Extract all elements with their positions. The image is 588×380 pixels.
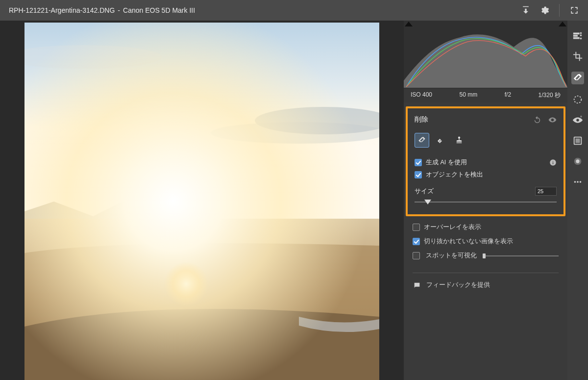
presets-icon[interactable] [572,135,583,146]
iso-value: ISO 400 [411,91,432,100]
visualize-spots-slider[interactable] [483,255,559,256]
heal-mode-button[interactable] [433,133,448,148]
svg-point-12 [576,159,579,163]
topbar-divider [559,4,560,17]
visualize-spots-row: スポットを可視化 [413,252,559,260]
show-overlay-label: オーバーレイを表示 [424,223,481,231]
bandage-icon [436,136,445,145]
exif-row: ISO 400 50 mm f/2 1/320 秒 [404,88,567,102]
visualize-spots-checkbox[interactable] [413,252,420,259]
mask-circle-icon[interactable] [572,94,583,105]
visibility-icon[interactable] [548,116,557,124]
show-overlay-checkbox[interactable] [413,224,420,231]
size-value-input[interactable] [535,187,557,196]
svg-point-14 [577,181,579,183]
display-options: オーバーレイを表示 切り抜かれていない画像を表示 スポットを可視化 [404,221,567,266]
remove-panel-title: 削除 [415,115,428,124]
image-preview[interactable] [24,23,379,380]
aperture-value: f/2 [505,91,511,100]
redeye-icon[interactable]: + [572,115,583,126]
svg-point-6 [164,262,208,306]
show-uncropped-row: 切り抜かれていない画像を表示 [413,237,559,246]
clone-mode-button[interactable] [452,133,466,148]
svg-rect-5 [24,23,379,380]
lens-blur-icon[interactable] [572,156,583,167]
topbar-actions [521,4,579,17]
use-gen-ai-row: 生成 AI を使用 [415,158,557,167]
show-uncropped-checkbox[interactable] [413,238,420,245]
file-title: RPH-121221-Argentina-3142.DNG - Canon EO… [9,6,195,14]
feedback-label: フィードバックを提供 [426,281,490,289]
svg-rect-10 [575,138,580,143]
visualize-spots-label: スポットを可視化 [426,252,477,260]
gear-icon[interactable] [539,5,549,15]
eraser-icon [417,136,426,145]
detect-objects-label: オブジェクトを検出 [426,171,483,179]
info-icon[interactable] [549,159,557,166]
panel-content: ISO 400 50 mm f/2 1/320 秒 削除 [404,21,567,380]
remove-panel-header: 削除 [415,115,557,124]
eraser-mode-button[interactable] [415,133,429,148]
right-panel: ISO 400 50 mm f/2 1/320 秒 削除 [404,21,588,380]
size-slider[interactable] [415,199,557,205]
file-name: RPH-121221-Argentina-3142.DNG [9,6,115,14]
workspace: ISO 400 50 mm f/2 1/320 秒 削除 [0,21,588,380]
crop-icon[interactable] [572,51,583,62]
tool-strip: + [567,21,588,380]
fullscreen-icon[interactable] [569,5,579,15]
feedback-icon [413,281,421,289]
use-gen-ai-label: 生成 AI を使用 [426,158,467,167]
highlight-clip-icon[interactable] [559,22,566,26]
detect-objects-row: オブジェクトを検出 [415,171,557,179]
title-separator: - [118,6,120,14]
healing-tool-icon[interactable] [571,72,584,84]
svg-text:+: + [580,115,583,119]
adjust-icon[interactable] [572,30,583,41]
undo-icon[interactable] [533,116,541,124]
use-gen-ai-checkbox[interactable] [415,159,422,166]
histogram[interactable] [404,21,567,88]
focal-length: 50 mm [460,91,478,100]
size-label: サイズ [415,187,434,196]
size-slider-row: サイズ [415,187,557,205]
svg-point-13 [574,181,576,183]
show-overlay-row: オーバーレイを表示 [413,223,559,231]
shutter-value: 1/320 秒 [539,91,561,100]
svg-point-15 [580,181,582,183]
camera-model: Canon EOS 5D Mark III [123,6,195,14]
remove-panel: 削除 [406,106,565,216]
remove-modes [415,133,557,148]
svg-point-7 [574,96,582,103]
topbar: RPH-121221-Argentina-3142.DNG - Canon EO… [0,0,588,21]
more-icon[interactable] [572,177,583,187]
size-slider-thumb[interactable] [424,200,431,204]
detect-objects-checkbox[interactable] [415,171,422,178]
export-icon[interactable] [521,5,531,15]
stamp-icon [455,136,464,145]
show-uncropped-label: 切り抜かれていない画像を表示 [424,237,513,246]
feedback-button[interactable]: フィードバックを提供 [413,273,559,289]
canvas-area [0,21,404,380]
shadow-clip-icon[interactable] [405,22,413,26]
